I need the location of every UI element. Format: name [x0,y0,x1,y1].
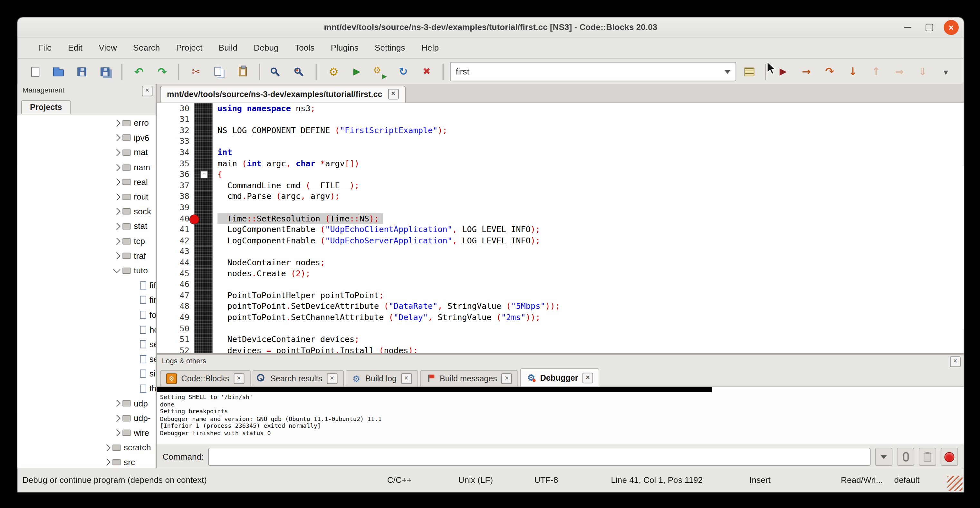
chevron-right-icon[interactable] [113,400,121,407]
tree-item-fo[interactable]: fo [18,307,156,322]
tree-item-real[interactable]: real [18,175,156,190]
margin-strip[interactable] [194,169,212,180]
redo-button[interactable]: ↷ [152,62,172,81]
copy-button[interactable] [209,62,230,81]
command-dropdown-button[interactable] [875,448,892,466]
management-close-button[interactable] [142,86,153,96]
tree-item-tcp[interactable]: tcp [18,234,156,248]
margin-strip[interactable] [194,279,212,290]
menu-debug[interactable]: Debug [245,37,287,58]
paste-button[interactable] [232,62,253,81]
margin-strip[interactable] [194,323,212,334]
tree-item-se[interactable]: se [18,352,156,366]
chevron-right-icon[interactable] [113,429,121,436]
menu-view[interactable]: View [91,37,125,58]
logs-tab-build-messages[interactable]: Build messages [420,370,519,386]
margin-strip[interactable] [194,103,212,114]
attach-button[interactable] [897,448,914,466]
margin-strip[interactable] [194,246,212,257]
logs-close-button[interactable] [950,357,961,367]
tree-item-udp[interactable]: udp [18,396,156,411]
stop-debugger-button[interactable] [941,448,958,466]
tree-item-th[interactable]: th [18,381,156,396]
find-button[interactable] [266,62,287,81]
menu-plugins[interactable]: Plugins [323,37,366,58]
close-button[interactable] [943,20,959,35]
chevron-right-icon[interactable] [103,444,110,451]
step-into-instruction-button[interactable]: ⇓ [912,62,933,81]
build-button[interactable]: ⚙ [323,62,344,81]
breakpoint-marker[interactable] [189,214,199,225]
tree-item-fir[interactable]: fir [18,293,156,307]
chevron-right-icon[interactable] [113,119,121,127]
chevron-right-icon[interactable] [113,149,121,156]
maximize-button[interactable] [922,20,937,35]
chevron-right-icon[interactable] [113,237,121,245]
debugger-log-output[interactable]: Setting SHELL to '/bin/sh'doneSetting br… [157,387,964,445]
margin-strip[interactable] [194,312,212,323]
chevron-right-icon[interactable] [113,134,121,142]
run-to-cursor-button[interactable]: → [796,62,817,81]
margin-strip[interactable] [194,257,212,268]
chevron-right-icon[interactable] [113,193,121,201]
copy-log-button[interactable] [919,448,936,466]
margin-strip[interactable] [194,125,212,136]
chevron-right-icon[interactable] [113,164,121,171]
minimize-button[interactable] [900,20,915,35]
tree-item-udp[interactable]: udp- [18,411,156,425]
margin-strip[interactable] [194,147,212,158]
chevron-right-icon[interactable] [113,208,121,215]
title-bar[interactable]: mnt/dev/tools/source/ns-3-dev/examples/t… [18,18,964,37]
margin-strip[interactable] [194,235,212,246]
margin-strip[interactable] [194,334,212,345]
margin-strip[interactable] [194,136,212,147]
save-button[interactable] [72,62,92,81]
tab-projects[interactable]: Projects [21,100,71,114]
toolbar-overflow-button[interactable]: ▾ [935,62,956,81]
tree-item-se[interactable]: se [18,337,156,352]
build-and-run-button[interactable] [370,62,390,81]
tree-item-wire[interactable]: wire [18,425,156,440]
run-button[interactable]: ▶ [347,62,367,81]
menu-build[interactable]: Build [211,37,246,58]
step-into-button[interactable]: ↓ [842,62,863,81]
editor-tab-first-cc[interactable]: mnt/dev/tools/source/ns-3-dev/examples/t… [160,85,406,102]
menu-search[interactable]: Search [125,37,168,58]
undo-button[interactable]: ↶ [129,62,149,81]
chevron-down-icon[interactable] [113,266,121,273]
next-instruction-button[interactable]: ⇒ [889,62,910,81]
project-tree[interactable]: erroipv6matnamrealroutsockstattcptraftut… [18,115,156,468]
menu-tools[interactable]: Tools [287,37,323,58]
menu-edit[interactable]: Edit [60,37,91,58]
margin-strip[interactable] [194,301,212,312]
logs-tab-search-results[interactable]: Search results [252,370,344,386]
margin-strip[interactable] [194,158,212,169]
chevron-right-icon[interactable] [113,223,121,230]
command-input[interactable] [208,448,870,466]
tree-item-scratch[interactable]: scratch [18,440,156,455]
save-all-button[interactable] [95,62,115,81]
build-target-combo[interactable]: first [450,62,737,81]
step-out-button[interactable]: ↑ [865,62,886,81]
tree-item-erro[interactable]: erro [18,116,156,131]
tree-item-mat[interactable]: mat [18,145,156,160]
tree-item-six[interactable]: six [18,366,156,381]
logs-tab-close-button[interactable] [327,373,337,384]
menu-project[interactable]: Project [168,37,211,58]
chevron-right-icon[interactable] [113,252,121,260]
tree-item-he[interactable]: he [18,322,156,337]
resize-grip[interactable] [947,476,963,491]
tree-item-stat[interactable]: stat [18,219,156,234]
chevron-right-icon[interactable] [103,459,110,466]
logs-tab-close-button[interactable] [234,373,244,384]
next-line-button[interactable]: ↷ [819,62,840,81]
margin-strip[interactable] [194,268,212,279]
margin-strip[interactable] [194,202,212,213]
logs-tab-debugger[interactable]: Debugger [520,368,600,387]
logs-tab-close-button[interactable] [501,373,512,384]
chevron-right-icon[interactable] [113,414,121,422]
tree-item-nam[interactable]: nam [18,160,156,175]
tree-item-sock[interactable]: sock [18,204,156,219]
margin-strip[interactable] [194,180,212,191]
tree-item-fif[interactable]: fif [18,278,156,293]
